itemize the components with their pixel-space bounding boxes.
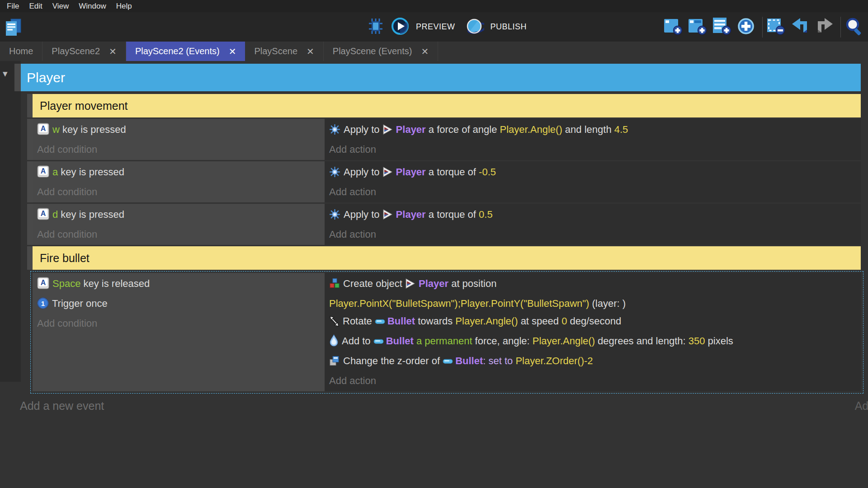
action-text: Bullet <box>387 315 415 327</box>
condition-text: Space <box>52 278 84 289</box>
event-group-header[interactable]: Player <box>21 64 861 91</box>
publish-globe-icon <box>464 17 484 37</box>
undo-button[interactable] <box>792 17 811 37</box>
menu-item-view[interactable]: View <box>47 0 74 12</box>
menu-item-edit[interactable]: Edit <box>24 0 47 12</box>
condition[interactable]: 1Trigger once <box>37 295 321 314</box>
group-drag-handle[interactable] <box>14 64 21 91</box>
add-action-button[interactable]: Add action <box>329 141 857 158</box>
condition[interactable]: Ad key is pressed <box>37 206 321 225</box>
add-event-icon <box>663 17 683 38</box>
row-drag-handle[interactable] <box>27 204 33 245</box>
action[interactable]: Rotate Bullet towards Player.Angle() at … <box>329 312 857 332</box>
search-icon <box>844 17 863 38</box>
action[interactable]: Apply to Player a torque of -0.5 <box>329 163 857 183</box>
row-drag-handle[interactable] <box>27 94 33 117</box>
action-text: (layer: ) <box>589 298 626 309</box>
action[interactable]: Apply to Player a force of angle Player.… <box>329 121 857 141</box>
delete-selection-button[interactable] <box>767 17 787 37</box>
condition[interactable]: ASpace key is released <box>37 275 321 295</box>
keyboard-icon: A <box>37 165 49 183</box>
action-text: 350 <box>689 335 705 347</box>
add-action-button[interactable]: Add action <box>329 372 857 389</box>
add-condition-button[interactable]: Add condition <box>37 314 321 332</box>
search-button[interactable] <box>845 17 865 37</box>
tab-playscene[interactable]: PlayScene✕ <box>245 42 323 61</box>
add-condition-button[interactable]: Add condition <box>37 183 321 201</box>
tab-playscene2-events[interactable]: PlayScene2 (Events)✕ <box>126 42 245 61</box>
event-row: Aw key is pressedAdd conditionApply to P… <box>33 119 861 160</box>
events-gutter: ▾ <box>0 61 21 382</box>
add-new-event-button[interactable]: Add a new event <box>20 399 104 413</box>
add-new-event-circle-button[interactable] <box>738 17 758 37</box>
tab-label: PlayScene (Events) <box>333 46 412 56</box>
row-drag-handle[interactable] <box>27 246 33 270</box>
preview-label[interactable]: PREVIEW <box>416 22 455 32</box>
main-toolbar: PREVIEW PUBLISH <box>0 12 868 42</box>
action[interactable]: Create object Player at position <box>329 275 857 295</box>
preview-button[interactable] <box>392 17 411 37</box>
condition[interactable]: Aa key is pressed <box>37 163 321 183</box>
conditions-cell: Aa key is pressedAdd condition <box>33 161 325 202</box>
action[interactable]: Add to Bullet a permanent force, angle: … <box>329 332 857 352</box>
row-drag-handle[interactable] <box>27 119 33 160</box>
add-comment-button[interactable] <box>713 17 733 37</box>
action-text: a permanent <box>416 335 472 347</box>
condition-text: a <box>52 166 61 178</box>
menu-item-window[interactable]: Window <box>74 0 111 12</box>
close-icon[interactable]: ✕ <box>307 47 314 56</box>
conditions-cell: Aw key is pressedAdd condition <box>33 119 325 160</box>
publish-button[interactable] <box>466 17 486 37</box>
close-icon[interactable]: ✕ <box>109 47 117 56</box>
tab-playscene2[interactable]: PlayScene2✕ <box>42 42 126 61</box>
toolbar-separator <box>840 17 841 38</box>
create-object-icon <box>329 277 340 295</box>
project-manager-button[interactable] <box>5 18 25 38</box>
add-subevent-icon <box>688 17 708 38</box>
close-icon[interactable]: ✕ <box>421 47 429 56</box>
condition-text: w <box>52 124 62 135</box>
add-event-button[interactable] <box>665 17 684 37</box>
add-more-button[interactable]: Add... <box>855 399 868 413</box>
action-text: a torque of <box>426 166 479 178</box>
collapse-arrow-icon[interactable]: ▾ <box>3 68 8 79</box>
add-condition-button[interactable]: Add condition <box>37 225 321 243</box>
zorder-icon <box>329 354 340 372</box>
close-icon[interactable]: ✕ <box>229 47 236 56</box>
actions-cell: Apply to Player a torque of 0.5Add actio… <box>325 204 861 245</box>
action[interactable]: Player.PointX("BulletSpawn");Player.Poin… <box>329 295 857 312</box>
action-text: Player.ZOrder()-2 <box>515 355 593 366</box>
tab-playscene-events[interactable]: PlayScene (Events)✕ <box>324 42 438 61</box>
bullet-object-icon <box>443 352 453 370</box>
events-sheet: ▾ Player Player movementAw key is presse… <box>0 61 868 488</box>
action[interactable]: Apply to Player a torque of 0.5 <box>329 206 857 225</box>
force-icon <box>329 208 340 225</box>
tab-bar: HomePlayScene2✕PlayScene2 (Events)✕PlayS… <box>0 42 868 61</box>
toolbar-separator <box>762 17 763 38</box>
add-action-button[interactable]: Add action <box>329 183 857 201</box>
menu-item-file[interactable]: File <box>2 0 24 12</box>
action-text: Add to <box>342 335 373 347</box>
condition[interactable]: Aw key is pressed <box>37 121 321 141</box>
menu-item-help[interactable]: Help <box>111 0 137 12</box>
add-condition-button[interactable]: Add condition <box>37 141 321 158</box>
redo-button[interactable] <box>816 17 836 37</box>
action-text: towards <box>415 315 455 327</box>
condition-text: Trigger once <box>52 298 108 309</box>
preview-play-icon <box>391 17 409 37</box>
row-drag-handle[interactable] <box>27 161 33 202</box>
debug-button[interactable] <box>367 17 387 37</box>
condition-text: d <box>52 209 61 220</box>
tab-label: Home <box>9 46 33 56</box>
action[interactable]: Change the z-order of Bullet: set to Pla… <box>329 352 857 372</box>
publish-label[interactable]: PUBLISH <box>491 22 527 32</box>
comment-event[interactable]: Player movement <box>33 94 861 117</box>
add-action-button[interactable]: Add action <box>329 225 857 243</box>
comment-event[interactable]: Fire bullet <box>33 246 861 270</box>
add-subevent-button[interactable] <box>689 17 709 37</box>
action-text: Rotate <box>343 315 375 327</box>
action-text: Player <box>396 124 426 135</box>
action-text: Create object <box>343 278 405 289</box>
action-text: Player.Angle() <box>455 315 518 327</box>
tab-home[interactable]: Home <box>0 42 42 61</box>
